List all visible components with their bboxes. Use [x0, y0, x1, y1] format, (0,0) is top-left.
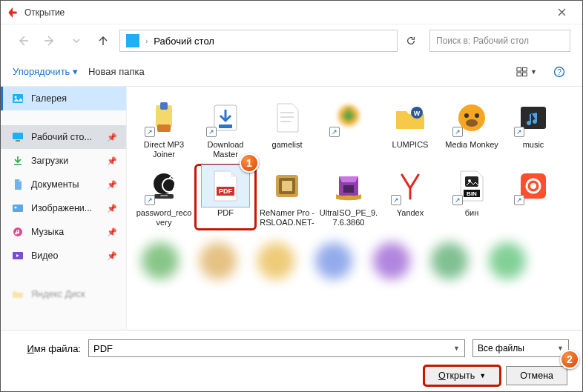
file-item[interactable]: BIN↗бин	[442, 165, 501, 229]
open-label: ткрыть	[446, 371, 475, 381]
sidebar-item-label: Яндекс Диск	[31, 289, 85, 299]
sidebar-item-yadisk[interactable]: Яндекс Диск	[1, 282, 126, 306]
up-button[interactable]	[93, 30, 113, 51]
folder-icon	[12, 288, 24, 300]
dropdown-icon: ▾	[73, 66, 78, 77]
annotation-marker-1: 1	[240, 153, 259, 173]
file-label: PDF	[196, 208, 255, 229]
pin-icon: 📌	[107, 251, 117, 261]
toolbar: Упорядочить ▾ Новая папка ▼ ?	[1, 57, 582, 87]
sidebar-item-downloads[interactable]: Загрузки 📌	[1, 149, 126, 173]
svg-text:?: ?	[557, 68, 561, 76]
refresh-button[interactable]	[397, 30, 424, 52]
file-item[interactable]: *****↗password_recovery	[134, 165, 194, 229]
file-item[interactable]: ↗Media Monkey	[442, 97, 501, 161]
svg-rect-9	[16, 140, 20, 142]
cancel-button[interactable]: Отмена	[506, 366, 567, 385]
file-item[interactable]: ↗	[319, 97, 378, 161]
music-icon	[12, 226, 24, 238]
close-button[interactable]	[547, 2, 576, 23]
shortcut-arrow-icon: ↗	[145, 195, 155, 205]
file-item[interactable]: ↗Download Master	[196, 97, 255, 161]
open-button[interactable]: Открыть▼	[424, 366, 500, 385]
svg-rect-16	[157, 124, 171, 132]
sidebar-item-videos[interactable]: Видео 📌	[1, 244, 126, 268]
history-button[interactable]	[66, 30, 87, 51]
file-item[interactable]: ↗Direct MP3 Joiner	[134, 97, 194, 161]
sidebar-item-label: Рабочий сто...	[31, 132, 92, 142]
organize-label: Упорядочить	[13, 66, 70, 77]
sidebar-item-desktop[interactable]: Рабочий сто... 📌	[1, 125, 126, 149]
file-icon	[325, 165, 372, 207]
pictures-icon	[12, 202, 24, 214]
new-folder-button[interactable]: Новая папка	[88, 66, 145, 77]
arrow-up-icon	[97, 35, 109, 47]
shortcut-arrow-icon: ↗	[145, 127, 155, 137]
sidebar-item-label: Документы	[31, 179, 79, 190]
search-input[interactable]: Поиск в: Рабочий стол	[429, 30, 570, 52]
file-icon: ↗	[140, 97, 188, 139]
gallery-icon	[12, 93, 24, 104]
file-item[interactable]: ↗Yandex	[381, 165, 440, 229]
svg-rect-18	[219, 124, 232, 128]
sidebar-item-music[interactable]: Музыка 📌	[1, 220, 126, 244]
close-icon	[558, 8, 566, 16]
file-icon: W	[386, 97, 434, 139]
shortcut-arrow-icon: ↗	[514, 195, 524, 205]
file-label: password_recovery	[134, 208, 194, 229]
navbar: › Рабочий стол Поиск в: Рабочий стол	[1, 24, 582, 57]
annotation-marker-2: 2	[560, 350, 579, 369]
view-mode-button[interactable]: ▼	[516, 62, 538, 82]
file-item[interactable]: ReNamer Pro -RSLOAD.NET-	[257, 165, 317, 229]
sidebar-item-gallery[interactable]: Галерея	[1, 87, 126, 110]
shortcut-arrow-icon: ↗	[452, 195, 463, 205]
back-button[interactable]	[13, 30, 33, 51]
chevron-down-icon: ▼	[530, 68, 537, 76]
file-item[interactable]: WLUMPICS	[381, 97, 440, 161]
file-icon: BIN↗	[448, 165, 495, 207]
shortcut-arrow-icon: ↗	[391, 195, 401, 205]
pin-icon: 📌	[107, 133, 117, 142]
file-item[interactable]: PDFPDF	[196, 165, 255, 229]
sidebar-item-label: Изображени...	[31, 203, 92, 213]
sidebar-item-documents[interactable]: Документы 📌	[1, 173, 126, 196]
titlebar: Открытие	[1, 1, 582, 24]
svg-rect-10	[13, 205, 23, 212]
chevron-down-icon: ▼	[453, 345, 460, 352]
file-label	[504, 208, 563, 229]
file-icon	[263, 165, 311, 207]
svg-text:*****: *****	[160, 194, 168, 199]
desktop-icon	[126, 34, 139, 47]
filetype-filter[interactable]: Все файлы ▼	[472, 339, 569, 357]
documents-icon	[12, 179, 24, 190]
help-icon: ?	[553, 66, 565, 78]
pin-icon: 📌	[107, 204, 117, 213]
filename-label: Имя файла:	[14, 343, 81, 354]
file-icon: ↗	[325, 97, 372, 139]
shortcut-arrow-icon: ↗	[514, 127, 524, 137]
svg-rect-15	[160, 102, 168, 110]
pin-icon: 📌	[107, 156, 117, 166]
organize-menu[interactable]: Упорядочить ▾	[13, 66, 78, 77]
file-item[interactable]: ↗	[504, 165, 563, 229]
forward-button[interactable]	[39, 30, 60, 51]
filename-input[interactable]: PDF ▼	[88, 339, 465, 357]
file-label: gamelist	[257, 140, 317, 161]
filename-value: PDF	[93, 343, 113, 354]
sidebar-item-label: Галерея	[31, 93, 67, 104]
file-label: Yandex	[381, 208, 440, 229]
svg-text:W: W	[414, 110, 421, 117]
svg-rect-26	[521, 107, 546, 129]
downloads-icon	[12, 155, 24, 167]
sidebar: Галерея Рабочий сто... 📌 Загрузки 📌 Доку…	[1, 87, 127, 330]
address-bar[interactable]: › Рабочий стол	[119, 30, 398, 52]
file-item[interactable]: gamelist	[257, 97, 317, 161]
dialog-footer: Имя файла: PDF ▼ Все файлы ▼ 2 Открыть▼ …	[1, 330, 582, 392]
help-button[interactable]: ?	[548, 62, 570, 82]
svg-rect-3	[523, 72, 527, 76]
file-label: Media Monkey	[442, 140, 501, 161]
filter-label: Все файлы	[478, 343, 524, 353]
file-item[interactable]: ↗music	[504, 97, 563, 161]
sidebar-item-pictures[interactable]: Изображени... 📌	[1, 196, 126, 220]
file-item[interactable]: UltraISO_PE_9.7.6.3860	[319, 165, 378, 229]
